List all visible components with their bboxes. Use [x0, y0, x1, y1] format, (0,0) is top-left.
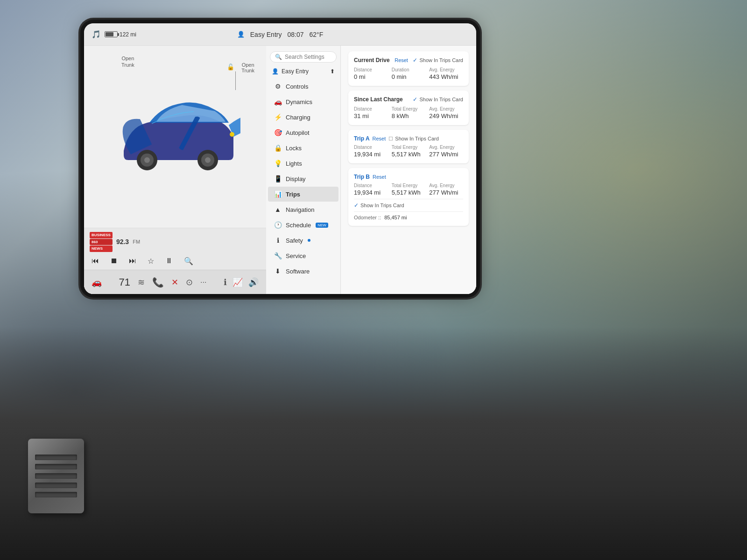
status-left: 🎵 122 mi — [92, 30, 232, 39]
trip-a-reset[interactable]: Reset — [373, 136, 386, 141]
car-panel: OpenTrunk OpenTrunk 🔓 — [84, 46, 266, 294]
heat-icon[interactable]: ≋ — [138, 277, 145, 287]
nav-label-safety: Safety — [286, 237, 303, 244]
radio-badge-860: 860 — [90, 239, 113, 245]
upload-icon: ⬆ — [330, 68, 335, 75]
stop-button[interactable]: ⏹ — [108, 255, 120, 267]
media-controls[interactable]: ⏮ ⏹ ⏭ ☆ ⏸ 🔍 — [90, 255, 261, 267]
more-icon[interactable]: ··· — [200, 278, 206, 287]
temperature-setting: 71 — [119, 276, 130, 288]
check-icon-4: ✓ — [354, 202, 359, 209]
slc-energy-stat: Total Energy 8 kWh — [392, 106, 426, 119]
screen-content: OpenTrunk OpenTrunk 🔓 — [84, 46, 476, 294]
current-distance-stat: Distance 0 mi — [354, 67, 388, 80]
open-trunk-label-top: OpenTrunk — [121, 55, 134, 69]
nav-label-charging: Charging — [286, 114, 310, 121]
next-track-button[interactable]: ⏭ — [127, 255, 138, 267]
trunk-indicator-line — [235, 71, 236, 90]
current-drive-header: Current Drive Reset ✓ Show In Trips Card — [354, 57, 463, 63]
current-drive-stats: Distance 0 mi Duration 0 min Avg. Energy… — [354, 67, 463, 80]
settings-panel: 🔍 👤 Easy Entry ⬆ ⚙ Controls 🚗 Dynamics — [266, 46, 476, 294]
nav-item-navigation[interactable]: ▲ Navigation — [268, 202, 338, 217]
nav-label-trips: Trips — [286, 191, 300, 198]
trip-b-stats: Distance 19,934 mi Total Energy 5,517 kW… — [354, 183, 463, 196]
equalizer-button[interactable]: ⏸ — [163, 255, 175, 267]
nav-label-lights: Lights — [286, 160, 302, 167]
current-drive-reset[interactable]: Reset — [395, 57, 408, 63]
trip-b-avg-label: Avg. Energy — [429, 183, 463, 188]
chart-icon[interactable]: 📈 — [233, 277, 243, 287]
service-icon: 🔧 — [274, 252, 282, 259]
open-trunk-label-right: OpenTrunk — [241, 62, 254, 73]
radio-frequency: 92.3 — [116, 238, 129, 245]
trip-b-distance-value: 19,934 mi — [354, 189, 388, 196]
trip-a-distance-value: 19,934 mi — [354, 151, 388, 158]
nav-item-locks[interactable]: 🔒 Locks — [268, 140, 338, 155]
location-icon[interactable]: ⊙ — [186, 277, 193, 287]
cancel-icon[interactable]: ✕ — [171, 277, 178, 287]
slc-distance-value: 31 mi — [354, 112, 388, 119]
nav-item-software[interactable]: ⬇ Software — [268, 264, 338, 279]
current-energy-value: 443 Wh/mi — [429, 73, 463, 80]
tesla-touchscreen: 🎵 122 mi 👤 Easy Entry 08:07 62°F OpenTru… — [84, 23, 476, 294]
lock-icon-small: 🔓 — [227, 63, 234, 70]
nav-item-display[interactable]: 📱 Display — [268, 171, 338, 186]
search-wrap[interactable]: 🔍 — [270, 51, 337, 63]
trip-b-energy-stat: Total Energy 5,517 kWh — [392, 183, 426, 196]
taskbar-center: 71 ≋ 📞 ✕ ⊙ ··· — [119, 276, 207, 288]
current-drive-title: Current Drive — [354, 57, 390, 63]
schedule-badge: NEW — [316, 223, 328, 228]
dynamics-icon: 🚗 — [274, 98, 282, 105]
trip-b-show-trips: ✓ Show In Trips Card — [354, 202, 404, 209]
radio-badge-news: NEWS — [90, 245, 113, 252]
nav-item-controls[interactable]: ⚙ Controls — [268, 79, 338, 94]
nav-item-safety[interactable]: ℹ Safety — [268, 233, 338, 248]
current-distance-label: Distance — [354, 67, 388, 72]
trip-a-label[interactable]: Trip A — [354, 135, 370, 142]
media-info: BUSINESS 860 NEWS 92.3 FM — [90, 232, 261, 252]
info-icon[interactable]: ℹ — [224, 277, 227, 287]
current-drive-section: Current Drive Reset ✓ Show In Trips Card… — [348, 51, 469, 86]
nav-item-dynamics[interactable]: 🚗 Dynamics — [268, 94, 338, 109]
trip-a-avg-value: 277 Wh/mi — [429, 151, 463, 158]
schedule-icon: 🕐 — [274, 221, 282, 229]
slc-avg-energy-stat: Avg. Energy 249 Wh/mi — [429, 106, 463, 119]
since-last-charge-title: Since Last Charge — [354, 96, 403, 103]
show-trips-label-2: Show In Trips Card — [419, 97, 463, 102]
status-center: 👤 Easy Entry 08:07 62°F — [237, 31, 323, 38]
current-energy-label: Avg. Energy — [429, 67, 463, 72]
nav-item-autopilot[interactable]: 🎯 Autopilot — [268, 125, 338, 140]
trip-b-label[interactable]: Trip B — [354, 174, 370, 180]
svg-point-2 — [144, 157, 150, 163]
since-last-charge-section: Since Last Charge ✓ Show In Trips Card D… — [348, 91, 469, 125]
phone-icon[interactable]: 📞 — [152, 277, 164, 288]
nav-label-display: Display — [286, 175, 306, 182]
trip-a-energy-label: Total Energy — [392, 145, 426, 150]
search-input[interactable] — [285, 54, 331, 60]
display-icon: 📱 — [274, 175, 282, 182]
media-player: BUSINESS 860 NEWS 92.3 FM ⏮ ⏹ ⏭ ☆ ⏸ 🔍 — [84, 228, 266, 270]
trip-a-avg-stat: Avg. Energy 277 Wh/mi — [429, 145, 463, 158]
favorite-button[interactable]: ☆ — [146, 255, 156, 267]
nav-item-service[interactable]: 🔧 Service — [268, 248, 338, 263]
nav-label-locks: Locks — [286, 145, 302, 152]
search-media-button[interactable]: 🔍 — [182, 255, 195, 267]
locks-icon: 🔒 — [274, 144, 282, 152]
radio-badge-container: BUSINESS 860 NEWS — [90, 232, 113, 252]
nav-item-charging[interactable]: ⚡ Charging — [268, 110, 338, 125]
search-icon: 🔍 — [275, 54, 282, 60]
trip-b-reset[interactable]: Reset — [373, 174, 386, 180]
nav-item-trips[interactable]: 📊 Trips — [268, 187, 338, 202]
software-icon: ⬇ — [274, 267, 282, 275]
nav-item-lights[interactable]: 💡 Lights — [268, 156, 338, 171]
user-profile-row: 👤 Easy Entry ⬆ — [266, 66, 340, 78]
check-icon: ✓ — [413, 57, 417, 63]
profile-name-header: Easy Entry — [250, 31, 282, 38]
current-duration-label: Duration — [392, 67, 426, 72]
prev-track-button[interactable]: ⏮ — [90, 255, 101, 267]
current-duration-value: 0 min — [392, 73, 426, 80]
volume-icon[interactable]: 🔊 — [248, 277, 259, 287]
car-visual-area: OpenTrunk OpenTrunk 🔓 — [84, 46, 266, 228]
profile-icon-header: 👤 — [237, 31, 245, 38]
nav-item-schedule[interactable]: 🕐 Schedule NEW — [268, 217, 338, 232]
